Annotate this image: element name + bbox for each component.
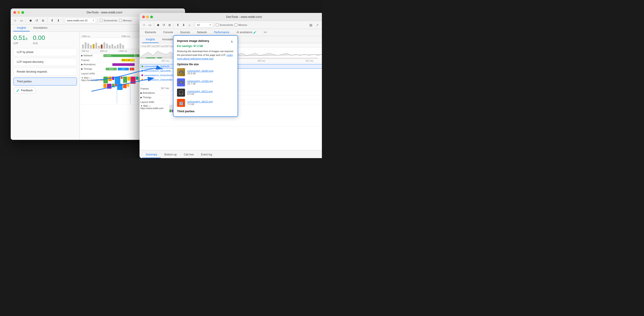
tab-elements-front[interactable]: Elements: [141, 29, 160, 36]
tab-performance-front[interactable]: Performance: [210, 29, 233, 36]
file-thumb-2: 🎮: [177, 78, 185, 86]
bottom-tab-calltree-front[interactable]: Call tree: [180, 151, 198, 158]
svg-rect-5: [96, 43, 97, 48]
popup-learn-more-link[interactable]: Learn more about optimizing image size: [177, 54, 233, 60]
file-link-4[interactable]: communityI...6kr21.png: [187, 100, 213, 103]
insight-lcp-request[interactable]: LCP request discovery: [13, 58, 77, 66]
popup-description: Reducing the download time of images can…: [177, 49, 234, 60]
device-icon[interactable]: ▭: [19, 18, 24, 23]
svg-rect-4: [93, 44, 94, 48]
popup-file-item-1[interactable]: 🎮 communityI...8oq61.png 29.8 kB: [177, 68, 234, 76]
reload-icon[interactable]: ↺: [34, 18, 40, 23]
cursor-icon[interactable]: ⊹: [12, 18, 18, 23]
insight-third-parties[interactable]: Third parties: [13, 77, 77, 85]
feedback-button[interactable]: 🧪 Feedback: [13, 87, 36, 93]
close-button-front[interactable]: [142, 15, 145, 18]
bottom-tab-eventlog-front[interactable]: Event log: [197, 151, 216, 158]
file-info-4: communityI...6kr21.png 7.0 kB: [187, 100, 213, 106]
screenshots-checkbox-front[interactable]: Screenshots: [216, 23, 233, 26]
image-delivery-popup: Improve image delivery ∧ Est savings: 67…: [173, 35, 238, 117]
screenshots-checkbox[interactable]: Screenshots: [100, 19, 117, 22]
bottom-tab-bottomup-front[interactable]: Bottom-up: [161, 151, 180, 158]
bottom-tab-summary-front[interactable]: Summary: [142, 151, 161, 158]
tab-insights-front[interactable]: Insights: [142, 36, 158, 43]
memory-checkbox[interactable]: Memory: [119, 19, 132, 22]
tab-sources-front[interactable]: Sources: [176, 29, 194, 36]
popup-file-item-3[interactable]: 🎧 communityI...bj221.png 8.5 kB: [177, 89, 234, 97]
maximize-button-back[interactable]: [22, 11, 24, 14]
close-button-back[interactable]: [13, 11, 16, 14]
front-window-title: DevTools - www.reddit.com/: [156, 15, 322, 18]
clear-icon-front[interactable]: ⊗: [167, 22, 172, 28]
file-link-1[interactable]: communityI...8oq61.png: [187, 69, 213, 72]
memory-checkbox-front[interactable]: Memory: [234, 23, 247, 26]
toolbar-separator-4: [98, 18, 98, 23]
front-devtools-window: DevTools - www.reddit.com/ ⊹ ▭ ⏺ ↺ ⊗ ⬆ ⬇…: [140, 13, 322, 158]
download-icon-front[interactable]: ⬇: [181, 22, 186, 28]
file-size-1: 29.8 kB: [187, 72, 213, 75]
traffic-lights-front: [142, 15, 153, 18]
popup-file-list: 🎮 communityI...8oq61.png 29.8 kB 🎮 commu…: [177, 68, 234, 107]
tab-insights-back[interactable]: Insights: [13, 25, 30, 31]
maximize-button-front[interactable]: [150, 15, 153, 18]
front-titlebar: DevTools - www.reddit.com/: [140, 13, 322, 21]
svg-rect-0: [82, 44, 84, 48]
device-icon-front[interactable]: ▭: [147, 22, 152, 28]
tab-more-front[interactable]: >>: [260, 29, 270, 36]
svg-rect-3: [90, 45, 92, 48]
feedback-icon: 🧪: [16, 89, 20, 92]
traffic-lights-back: [13, 11, 24, 14]
svg-rect-6: [98, 46, 100, 48]
popup-title: Improve image delivery: [177, 39, 209, 42]
record-icon-front[interactable]: ⏺: [155, 22, 161, 28]
upload-icon[interactable]: ⬆: [50, 18, 55, 23]
popup-third-parties-label: Third parties: [177, 110, 234, 113]
clear-icon[interactable]: ⊗: [40, 18, 46, 23]
popup-file-item-4[interactable]: 🤖 communityI...6kr21.png 7.0 kB: [177, 99, 234, 107]
tab-annotations-back[interactable]: Annotations: [30, 25, 51, 31]
toolbar-separator-2: [48, 18, 48, 23]
tab-network-front[interactable]: Network: [194, 29, 210, 36]
svg-rect-2: [88, 43, 89, 48]
file-size-3: 8.5 kB: [187, 93, 213, 95]
download-icon[interactable]: ⬇: [56, 18, 61, 23]
insight-lcp-phase[interactable]: LCP by phase: [13, 48, 77, 56]
back-sidebar: 0.51s LCP 0.00 CLS LCP by phase LCP requ…: [11, 32, 80, 140]
svg-rect-19: [158, 57, 162, 58]
dock-icon[interactable]: ⤢: [315, 22, 320, 28]
file-thumb-3: 🎧: [177, 89, 185, 97]
cls-metric: 0.00 CLS: [33, 34, 45, 44]
url-bar-front[interactable]: #2 ▾: [195, 22, 213, 28]
file-link-3[interactable]: communityI...bj221.png: [187, 90, 213, 93]
lcp-value: 0.51s: [13, 34, 28, 41]
file-size-2: 23.7 kB: [187, 82, 213, 85]
url-bar-back[interactable]: www.reddit.com #2 ▾: [65, 18, 96, 23]
settings-icon-front[interactable]: ⚙: [322, 22, 322, 28]
svg-rect-18: [146, 57, 155, 58]
file-thumb-1: 🎮: [177, 68, 185, 76]
home-icon-front[interactable]: ⌂: [187, 22, 192, 28]
tab-ai-front[interactable]: AI assistance 🧪: [233, 29, 260, 36]
tab-console-front[interactable]: Console: [160, 29, 176, 36]
insight-render-blocking[interactable]: Render blocking requests: [13, 68, 77, 76]
file-link-2[interactable]: communityI...mr3d1.jpg: [187, 80, 213, 82]
toolbar-separator-1: [26, 18, 26, 23]
record-icon[interactable]: ⏺: [28, 18, 33, 23]
file-info-3: communityI...bj221.png 8.5 kB: [187, 90, 213, 95]
svg-rect-12: [114, 46, 116, 48]
cursor-icon-front[interactable]: ⊹: [141, 22, 147, 28]
file-thumb-4: 🤖: [177, 99, 185, 107]
minimize-button-back[interactable]: [18, 11, 20, 14]
reload-icon-front[interactable]: ↺: [161, 22, 166, 28]
svg-rect-14: [120, 43, 121, 48]
upload-icon-front[interactable]: ⬆: [175, 22, 180, 28]
layout-icon[interactable]: ▤: [308, 22, 314, 28]
lcp-label: LCP: [13, 42, 28, 44]
file-size-4: 7.0 kB: [187, 103, 213, 106]
popup-file-item-2[interactable]: 🎮 communityI...mr3d1.jpg 23.7 kB: [177, 78, 234, 86]
popup-close-button[interactable]: ∧: [230, 39, 234, 44]
minimize-button-front[interactable]: [146, 15, 149, 18]
cls-label: CLS: [33, 42, 45, 44]
popup-header: Improve image delivery ∧: [177, 39, 234, 44]
svg-rect-1: [85, 42, 86, 48]
